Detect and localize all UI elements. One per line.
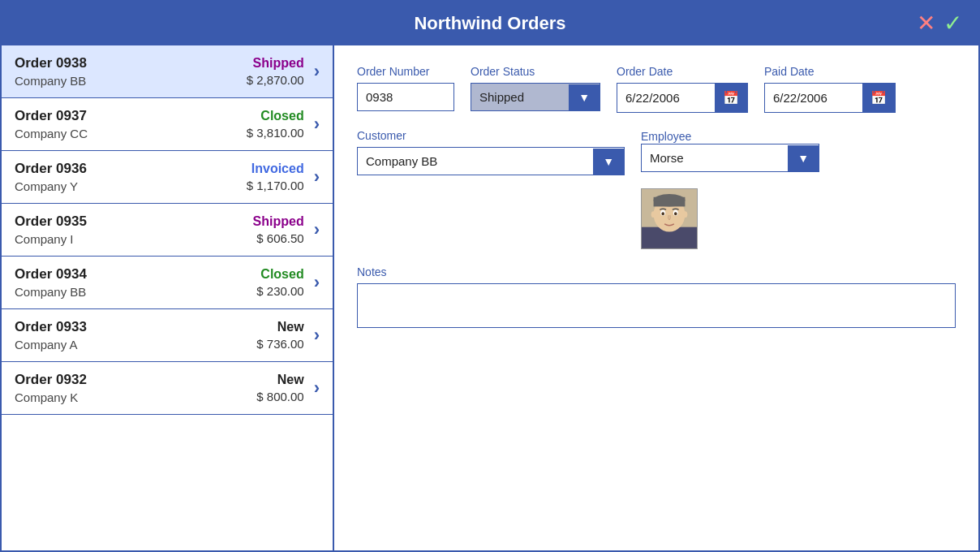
svg-point-8: [674, 212, 677, 215]
employee-label: Employee: [641, 130, 691, 143]
order-status-amount: New $ 736.00: [256, 320, 303, 351]
customer-group: Customer Company BB Company A Company CC…: [357, 129, 625, 249]
paid-date-wrap: 📅: [764, 83, 896, 113]
order-status-amount: Invoiced $ 1,170.00: [247, 162, 304, 192]
order-amount: $ 736.00: [256, 337, 303, 351]
employee-select[interactable]: Morse Freehafer Kotas Sergienko Thorpe: [642, 144, 788, 171]
customer-arrow[interactable]: ▼: [593, 149, 624, 175]
order-status: Shipped: [247, 56, 304, 71]
chevron-right-icon: ›: [314, 219, 320, 240]
order-number: Order 0932: [15, 372, 256, 388]
order-amount: $ 1,170.00: [247, 179, 304, 192]
order-item[interactable]: Order 0932 Company K New $ 800.00 ›: [2, 362, 333, 415]
order-company: Company Y: [15, 179, 247, 193]
order-amount: $ 2,870.00: [247, 73, 304, 87]
paid-date-input[interactable]: [765, 84, 862, 111]
notes-textarea[interactable]: [357, 283, 956, 328]
order-number-input[interactable]: [357, 83, 454, 111]
title-buttons: ✕ ✓: [917, 12, 962, 35]
order-item[interactable]: Order 0937 Company CC Closed $ 3,810.00 …: [2, 98, 333, 151]
form-row-1: Order Number Order Status Shipped New In…: [357, 65, 956, 113]
order-status-select[interactable]: Shipped New Invoiced Closed: [471, 84, 569, 110]
order-status: New: [256, 320, 303, 334]
chevron-right-icon: ›: [314, 272, 320, 293]
order-info: Order 0932 Company K: [15, 372, 256, 404]
order-status: Invoiced: [247, 162, 304, 176]
order-status-arrow[interactable]: ▼: [569, 84, 600, 110]
order-status-select-wrap[interactable]: Shipped New Invoiced Closed ▼: [471, 83, 600, 111]
order-company: Company A: [15, 338, 256, 351]
order-amount: $ 606.50: [253, 231, 304, 245]
form-row-2: Customer Company BB Company A Company CC…: [357, 129, 956, 249]
order-info: Order 0934 Company BB: [15, 266, 256, 299]
order-number-label: Order Number: [357, 65, 454, 78]
order-number: Order 0936: [15, 161, 247, 177]
title-bar: Northwind Orders ✕ ✓: [2, 2, 978, 45]
employee-photo: [641, 188, 698, 249]
order-number: Order 0934: [15, 266, 256, 282]
order-date-label: Order Date: [617, 65, 748, 78]
customer-select[interactable]: Company BB Company A Company CC Company …: [358, 148, 593, 175]
employee-inner: Employee Morse Freehafer Kotas Sergienko…: [641, 129, 819, 172]
order-info: Order 0933 Company A: [15, 319, 256, 351]
order-company: Company BB: [15, 285, 256, 299]
order-info: Order 0938 Company BB: [15, 55, 247, 88]
order-info: Order 0936 Company Y: [15, 161, 247, 193]
paid-date-picker-button[interactable]: 📅: [862, 84, 895, 112]
confirm-button[interactable]: ✓: [943, 12, 962, 35]
order-status-amount: Closed $ 3,810.00: [247, 109, 304, 140]
order-item[interactable]: Order 0938 Company BB Shipped $ 2,870.00…: [2, 45, 333, 98]
order-status-amount: Shipped $ 606.50: [253, 214, 304, 245]
order-item[interactable]: Order 0933 Company A New $ 736.00 ›: [2, 309, 333, 362]
order-status-group: Order Status Shipped New Invoiced Closed…: [471, 65, 600, 113]
paid-date-label: Paid Date: [764, 65, 896, 78]
order-status-amount: Shipped $ 2,870.00: [247, 56, 304, 87]
employee-arrow[interactable]: ▼: [788, 145, 819, 171]
employee-group: Employee Morse Freehafer Kotas Sergienko…: [641, 129, 819, 249]
order-status: New: [256, 373, 303, 387]
order-number: Order 0938: [15, 55, 247, 71]
svg-point-10: [683, 211, 688, 218]
order-company: Company K: [15, 390, 256, 404]
paid-date-group: Paid Date 📅: [764, 65, 896, 113]
customer-label: Customer: [357, 129, 625, 142]
order-amount: $ 230.00: [256, 284, 303, 298]
employee-select-wrap[interactable]: Morse Freehafer Kotas Sergienko Thorpe ▼: [641, 144, 819, 172]
order-item[interactable]: Order 0936 Company Y Invoiced $ 1,170.00…: [2, 151, 333, 204]
order-company: Company BB: [15, 74, 247, 88]
order-status: Closed: [256, 267, 303, 282]
detail-panel: Order Number Order Status Shipped New In…: [334, 45, 978, 550]
order-status-label: Order Status: [471, 65, 600, 78]
customer-select-wrap[interactable]: Company BB Company A Company CC Company …: [357, 147, 625, 175]
order-number: Order 0937: [15, 108, 247, 124]
order-item[interactable]: Order 0934 Company BB Closed $ 230.00 ›: [2, 257, 333, 309]
order-date-group: Order Date 📅: [617, 65, 748, 113]
chevron-right-icon: ›: [314, 377, 320, 399]
chevron-right-icon: ›: [314, 166, 320, 188]
order-date-input[interactable]: [617, 84, 715, 111]
order-number: Order 0933: [15, 319, 256, 335]
notes-group: Notes: [357, 265, 956, 328]
order-info: Order 0935 Company I: [15, 213, 253, 246]
app-title: Northwind Orders: [414, 13, 565, 34]
order-date-picker-button[interactable]: 📅: [715, 84, 747, 112]
order-amount: $ 800.00: [256, 390, 303, 403]
order-list: Order 0938 Company BB Shipped $ 2,870.00…: [2, 45, 334, 550]
notes-label: Notes: [357, 265, 956, 278]
order-number-group: Order Number: [357, 65, 454, 113]
order-number: Order 0935: [15, 213, 253, 230]
order-item[interactable]: Order 0935 Company I Shipped $ 606.50 ›: [2, 204, 333, 257]
order-status-amount: New $ 800.00: [256, 373, 303, 403]
order-status: Shipped: [253, 214, 304, 229]
order-info: Order 0937 Company CC: [15, 108, 247, 140]
svg-point-7: [661, 212, 664, 215]
close-button[interactable]: ✕: [917, 12, 935, 35]
chevron-right-icon: ›: [314, 114, 320, 135]
order-status: Closed: [247, 109, 304, 123]
chevron-right-icon: ›: [314, 325, 320, 346]
svg-rect-4: [654, 197, 686, 207]
main-content: Order 0938 Company BB Shipped $ 2,870.00…: [2, 45, 978, 550]
order-status-amount: Closed $ 230.00: [256, 267, 303, 298]
order-company: Company I: [15, 232, 253, 246]
order-amount: $ 3,810.00: [247, 126, 304, 140]
